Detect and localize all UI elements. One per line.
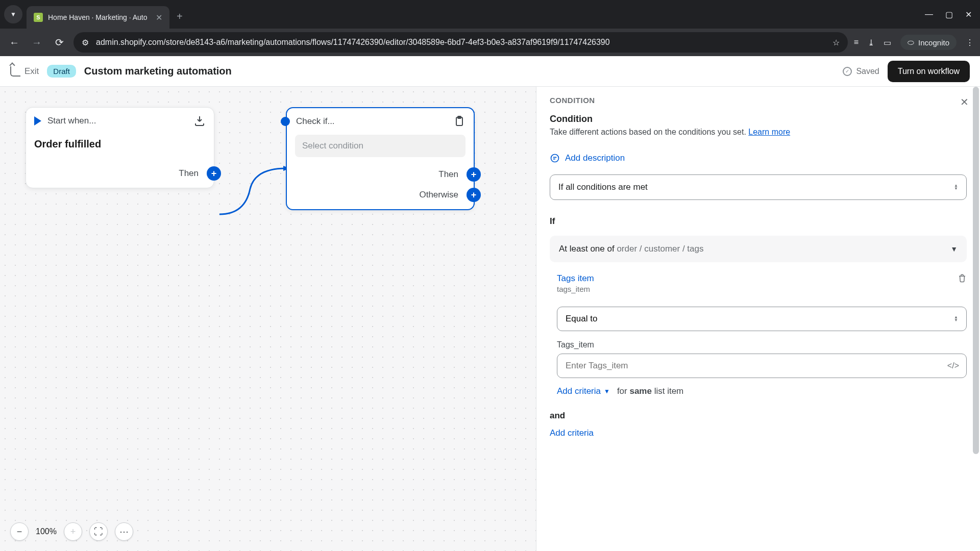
if-label: If (536, 211, 980, 232)
playlist-icon[interactable]: ≡ (854, 38, 859, 47)
address-bar[interactable]: ⚙ admin.shopify.com/store/de8143-a6/mark… (74, 32, 848, 53)
browser-toolbar: ← → ⟳ ⚙ admin.shopify.com/store/de8143-a… (0, 29, 980, 56)
match-mode-value: If all conditions are met (558, 182, 648, 192)
more-canvas-button[interactable]: ⋯ (115, 522, 133, 541)
select-condition-placeholder[interactable]: Select condition (295, 135, 465, 157)
value-field-label: Tags_item (557, 340, 967, 349)
trigger-name: Order fulfilled (34, 134, 206, 154)
url-text: admin.shopify.com/store/de8143-a6/market… (96, 38, 825, 47)
panel-title: Condition (550, 114, 967, 124)
condition-node-title: Check if... (296, 116, 447, 127)
turn-on-workflow-button[interactable]: Turn on workflow (888, 61, 970, 82)
otherwise-label: Otherwise (419, 190, 458, 200)
import-icon (193, 115, 206, 127)
scrollbar[interactable] (973, 87, 979, 454)
then-label: Then (179, 168, 199, 179)
zoom-in-button[interactable]: + (64, 522, 82, 541)
criteria-subtitle: tags_item (557, 285, 594, 293)
add-description-label: Add description (565, 153, 625, 163)
saved-label: Saved (856, 67, 879, 76)
play-icon (34, 116, 41, 126)
window-controls: — ▢ ✕ (925, 10, 976, 19)
incognito-icon: ⬭ (908, 38, 914, 47)
add-then-button[interactable]: + (467, 167, 481, 182)
fit-view-button[interactable]: ⛶ (89, 522, 108, 541)
add-description-button[interactable]: Add description (536, 142, 980, 174)
workflow-canvas[interactable]: Start when... Order fulfilled Then + Che… (0, 87, 536, 551)
exit-label: Exit (24, 66, 39, 77)
tags-item-input[interactable] (557, 354, 940, 378)
zoom-out-button[interactable]: − (10, 522, 29, 541)
operator-value: Equal to (566, 314, 597, 324)
description-icon (550, 153, 560, 163)
criteria-title[interactable]: Tags item (557, 273, 594, 284)
trigger-node[interactable]: Start when... Order fulfilled Then + (26, 107, 214, 188)
forward-button[interactable]: → (29, 37, 45, 48)
close-panel-icon[interactable]: ✕ (960, 96, 969, 108)
app-header: Exit Draft Custom marketing automation ✓… (0, 56, 980, 87)
minimize-icon[interactable]: — (925, 10, 933, 19)
learn-more-link[interactable]: Learn more (748, 128, 790, 136)
canvas-controls: − 100% + ⛶ ⋯ (10, 522, 133, 541)
value-input-wrapper: </> (557, 354, 967, 378)
downloads-icon[interactable]: ⤓ (868, 38, 874, 47)
back-button[interactable]: ← (6, 37, 22, 48)
connector-line (214, 163, 291, 224)
panel-section-label: CONDITION (550, 96, 967, 105)
site-info-icon[interactable]: ⚙ (82, 38, 89, 47)
condition-group[interactable]: At least one of order / customer / tags … (550, 236, 967, 262)
then-label: Then (438, 169, 458, 180)
condition-dot-icon (281, 117, 290, 126)
svg-rect-2 (458, 116, 461, 118)
for-same-text: for same list item (617, 386, 683, 396)
panel-description: Take different actions based on the cond… (550, 128, 967, 137)
tab-search-button[interactable]: ▼ (4, 5, 22, 23)
add-otherwise-button[interactable]: + (467, 188, 481, 202)
shopify-favicon: S (34, 13, 43, 22)
exit-arrow-icon (10, 66, 20, 77)
reload-button[interactable]: ⟳ (51, 36, 67, 48)
saved-indicator: ✓ Saved (843, 67, 879, 76)
check-icon: ✓ (843, 67, 852, 76)
select-arrows-icon: ▲▼ (954, 316, 958, 322)
operator-select[interactable]: Equal to ▲▼ (557, 307, 967, 331)
zoom-level: 100% (36, 527, 57, 536)
incognito-label: Incognito (918, 38, 949, 47)
reader-icon[interactable]: ▭ (884, 38, 891, 47)
trigger-node-title: Start when... (47, 116, 187, 126)
close-window-icon[interactable]: ✕ (965, 10, 972, 19)
delete-criteria-icon[interactable] (958, 273, 967, 285)
select-arrows-icon: ▲▼ (954, 184, 958, 190)
chevron-down-icon: ▼ (604, 388, 610, 395)
maximize-icon[interactable]: ▢ (945, 10, 953, 19)
chevron-down-icon: ▼ (950, 245, 958, 253)
tab-title: Home Haven · Marketing · Auto (48, 13, 151, 21)
condition-panel: CONDITION ✕ Condition Take different act… (536, 87, 980, 551)
condition-node[interactable]: Check if... Select condition Then + Othe… (286, 107, 475, 210)
browser-tab[interactable]: S Home Haven · Marketing · Auto ✕ (27, 6, 169, 29)
new-tab-button[interactable]: + (177, 11, 183, 22)
menu-icon[interactable]: ⋮ (966, 38, 974, 47)
condition-group-text: At least one of order / customer / tags (559, 244, 703, 254)
bookmark-icon[interactable]: ☆ (832, 38, 840, 47)
draft-badge: Draft (47, 65, 76, 78)
incognito-badge[interactable]: ⬭ Incognito (900, 35, 957, 50)
match-mode-select[interactable]: If all conditions are met ▲▼ (550, 174, 967, 200)
clipboard-icon (453, 115, 465, 128)
code-icon[interactable]: </> (940, 361, 966, 370)
close-tab-icon[interactable]: ✕ (156, 13, 162, 22)
browser-tab-strip: ▼ S Home Haven · Marketing · Auto ✕ + — … (0, 0, 980, 29)
page-title: Custom marketing automation (84, 65, 232, 77)
exit-button[interactable]: Exit (10, 66, 39, 77)
add-criteria-button[interactable]: Add criteria (536, 426, 980, 448)
svg-point-3 (551, 155, 559, 162)
and-label: and (536, 396, 980, 426)
add-criteria-same-item[interactable]: Add criteria ▼ (557, 386, 610, 396)
